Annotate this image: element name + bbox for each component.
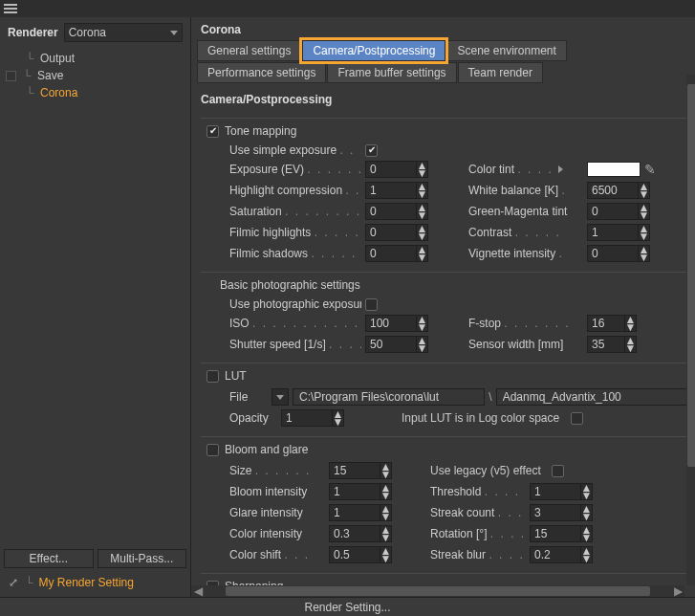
group-label: Bloom and glare (225, 443, 308, 456)
titlebar (0, 0, 695, 17)
filmic-shadows-field[interactable]: ▲▼ (365, 245, 428, 262)
lut-name-field[interactable] (496, 388, 688, 406)
tab-general[interactable]: General settings (197, 40, 301, 61)
vignette-field[interactable]: ▲▼ (587, 245, 650, 262)
sensor-width-field[interactable]: ▲▼ (587, 336, 637, 353)
group-photographic: Basic photographic settings Use photogra… (201, 272, 688, 355)
group-bloom: Bloom and glare Size . . . . . .▲▼ Use l… (201, 436, 688, 565)
preset-name[interactable]: My Render Setting (39, 576, 134, 589)
use-simple-exposure-checkbox[interactable] (365, 144, 378, 157)
menu-icon[interactable] (4, 4, 17, 13)
glare-intensity-field[interactable]: ▲▼ (329, 504, 392, 521)
bloom-checkbox[interactable] (206, 444, 219, 456)
filmic-highlights-field[interactable]: ▲▼ (365, 224, 428, 241)
lut-opacity-field[interactable]: ▲▼ (281, 409, 344, 427)
expand-icon[interactable]: ⤢ (8, 577, 19, 588)
white-balance-field[interactable]: ▲▼ (587, 182, 650, 199)
bloom-intensity-field[interactable]: ▲▼ (329, 483, 392, 500)
chevron-down-icon (276, 395, 284, 400)
left-panel: Renderer Corona └Output └Save └Corona Ef… (0, 17, 191, 597)
tab-performance[interactable]: Performance settings (197, 62, 326, 83)
tone-mapping-checkbox[interactable] (206, 125, 219, 138)
color-tint-swatch[interactable] (587, 162, 641, 177)
contrast-field[interactable]: ▲▼ (587, 224, 650, 241)
group-tone-mapping: Tone mapping Use simple exposure . . . .… (201, 118, 688, 264)
rotation-field[interactable]: ▲▼ (530, 525, 593, 542)
save-checkbox[interactable] (6, 71, 16, 81)
color-intensity-field[interactable]: ▲▼ (329, 525, 392, 542)
tab-camera-postprocessing[interactable]: Camera/Postprocessing (302, 40, 445, 61)
group-lut: LUT File \ Opacity▲▼ Input LUT is in Log… (201, 363, 688, 429)
effect-button[interactable]: Effect... (4, 549, 94, 568)
renderer-label: Renderer (8, 26, 58, 39)
right-panel: Corona General settings Camera/Postproce… (191, 17, 695, 597)
fstop-field[interactable]: ▲▼ (587, 315, 637, 332)
exposure-field[interactable]: ▲▼ (365, 161, 428, 178)
tree-item-save[interactable]: └Save (0, 67, 190, 84)
multipass-button[interactable]: Multi-Pass... (98, 549, 187, 568)
streak-count-field[interactable]: ▲▼ (530, 504, 593, 521)
section-title: Camera/Postprocessing (191, 83, 695, 110)
tab-frame-buffer[interactable]: Frame buffer settings (327, 62, 456, 83)
saturation-field[interactable]: ▲▼ (365, 203, 428, 220)
use-photographic-checkbox[interactable] (365, 298, 378, 311)
legacy-effect-checkbox[interactable] (552, 465, 564, 477)
group-label: LUT (225, 369, 247, 383)
content-scroll: Tone mapping Use simple exposure . . . .… (191, 110, 695, 597)
vertical-scrollbar[interactable] (686, 75, 695, 585)
threshold-field[interactable]: ▲▼ (530, 483, 593, 500)
tab-bar: General settings Camera/Postprocessing S… (191, 40, 695, 83)
chevron-right-icon[interactable] (558, 165, 563, 173)
tree-item-output[interactable]: └Output (0, 50, 190, 67)
green-magenta-field[interactable]: ▲▼ (587, 203, 650, 220)
lut-path-field[interactable] (293, 388, 485, 406)
color-shift-field[interactable]: ▲▼ (329, 546, 392, 563)
group-label: Basic photographic settings (220, 278, 360, 292)
scroll-left-icon[interactable]: ◀ (191, 585, 205, 597)
panel-title: Corona (191, 17, 695, 40)
file-browse-button[interactable] (271, 388, 289, 406)
tab-team-render[interactable]: Team render (458, 62, 543, 83)
renderer-value: Corona (69, 26, 106, 39)
tree-item-corona[interactable]: └Corona (0, 84, 190, 101)
color-picker-icon[interactable]: ✎ (644, 162, 656, 177)
group-label: Tone mapping (225, 124, 296, 138)
horizontal-scrollbar[interactable]: ◀ ▶ (191, 585, 684, 597)
shutter-field[interactable]: ▲▼ (365, 336, 428, 353)
scroll-right-icon[interactable]: ▶ (671, 585, 684, 597)
iso-field[interactable]: ▲▼ (365, 315, 428, 332)
bloom-size-field[interactable]: ▲▼ (329, 462, 392, 479)
highlight-compression-field[interactable]: ▲▼ (365, 182, 428, 199)
render-setting-button[interactable]: Render Setting... (0, 597, 695, 616)
lut-log-checkbox[interactable] (571, 412, 583, 425)
chevron-down-icon (170, 31, 178, 35)
lut-checkbox[interactable] (206, 370, 219, 383)
render-tree: └Output └Save └Corona (0, 48, 190, 545)
tab-scene-environment[interactable]: Scene environment (446, 40, 566, 61)
streak-blur-field[interactable]: ▲▼ (530, 546, 593, 563)
renderer-select[interactable]: Corona (64, 23, 183, 42)
